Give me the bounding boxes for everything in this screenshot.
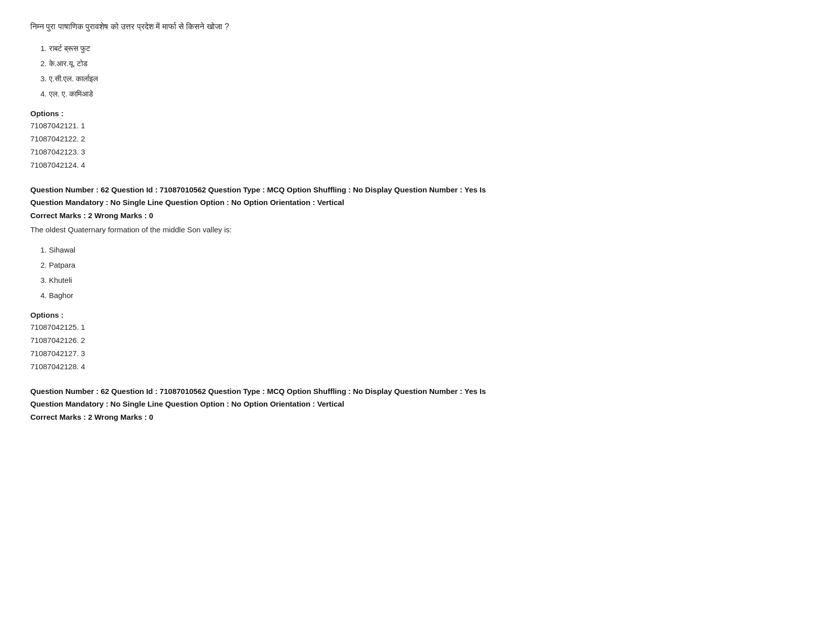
option-row-2-2: 71087042126. 2	[30, 334, 804, 346]
meta-line2-1: Question Number : 62 Question Id : 71087…	[30, 185, 486, 194]
meta-line3-1: Question Number : 62 Question Id : 71087…	[30, 387, 486, 395]
choice-1-1: 1. राबर्ट ब्रूस फुट	[35, 42, 804, 55]
choice-2-1: 1. Sihawal	[35, 244, 804, 256]
choice-1-3: 3. ए.सी.एल. कार्लाइल	[35, 73, 804, 85]
marks-line-2: Correct Marks : 2 Wrong Marks : 0	[30, 211, 804, 220]
choices-list-2: 1. Sihawal 2. Patpara 3. Khuteli 4. Bagh…	[30, 244, 804, 302]
option-row-2-4: 71087042128. 4	[30, 361, 804, 373]
choice-1-2: 2. के.आर.यू. टोड	[35, 58, 804, 70]
option-row-2-3: 71087042127. 3	[30, 348, 804, 360]
option-row-1-1: 71087042121. 1	[30, 120, 804, 132]
question-body-2: The oldest Quaternary formation of the m…	[30, 224, 804, 236]
option-row-1-2: 71087042122. 2	[30, 133, 804, 145]
choice-2-2: 2. Patpara	[35, 259, 804, 271]
meta-line2-2: Question Mandatory : No Single Line Ques…	[30, 198, 344, 207]
choice-1-4: 4. एल. ए. कामिआडे	[35, 88, 804, 100]
block2: Question Number : 62 Question Id : 71087…	[30, 183, 804, 373]
block3: Question Number : 62 Question Id : 71087…	[30, 385, 804, 421]
option-row-1-3: 71087042123. 3	[30, 146, 804, 158]
options-label-2: Options :	[30, 311, 804, 319]
choice-2-4: 4. Baghor	[35, 289, 804, 302]
marks-line-3: Correct Marks : 2 Wrong Marks : 0	[30, 413, 804, 421]
question-meta-3: Question Number : 62 Question Id : 71087…	[30, 385, 804, 411]
choice-2-3: 3. Khuteli	[35, 274, 804, 286]
option-row-2-1: 71087042125. 1	[30, 321, 804, 333]
choices-list-1: 1. राबर्ट ब्रूस फुट 2. के.आर.यू. टोड 3. …	[30, 42, 804, 100]
question-meta-2: Question Number : 62 Question Id : 71087…	[30, 183, 804, 209]
meta-line3-2: Question Mandatory : No Single Line Ques…	[30, 400, 344, 408]
block1: निम्न पुरा पाषाणिक पुरावशेष को उत्तर प्र…	[30, 20, 804, 171]
hindi-question: निम्न पुरा पाषाणिक पुरावशेष को उत्तर प्र…	[30, 20, 804, 33]
options-label-1: Options :	[30, 109, 804, 118]
option-row-1-4: 71087042124. 4	[30, 159, 804, 171]
